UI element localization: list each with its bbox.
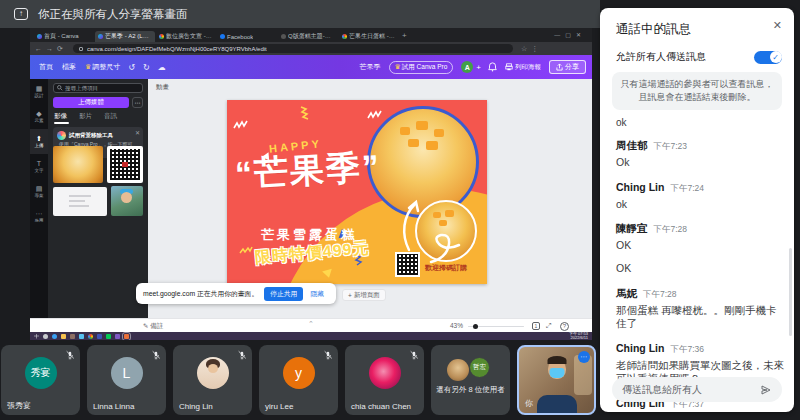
chat-message-list: ok 周佳郁下午7:23 Ok Ching Lin下午7:24 ok 陳靜宜下午… xyxy=(616,112,784,412)
redo-icon[interactable]: ↻ xyxy=(143,63,150,72)
qr-center xyxy=(122,162,128,168)
tab-videos[interactable]: 影片 xyxy=(79,112,92,121)
tab-audio[interactable]: 音訊 xyxy=(104,112,117,121)
address-bar[interactable]: canva.com/design/DAFDefMebQ/WzmNjH00ceRY… xyxy=(73,44,513,53)
new-tab-button[interactable]: + xyxy=(402,32,407,40)
browser-menu-icons[interactable]: ☆⋮ xyxy=(521,45,542,53)
canva-resize-menu[interactable]: ♛調整尺寸 xyxy=(85,62,120,72)
undo-icon[interactable]: ↺ xyxy=(128,63,135,72)
teams-icon[interactable] xyxy=(97,334,102,339)
start-button-icon[interactable] xyxy=(34,334,39,339)
presenting-banner-text: 你正在與所有人分享螢幕畫面 xyxy=(38,7,188,22)
rail-item-elements[interactable]: ◆元素 xyxy=(30,104,48,129)
rail-item-design[interactable]: ▦設計 xyxy=(30,79,48,104)
file-explorer-icon[interactable] xyxy=(61,334,66,339)
canva-account-avatar[interactable]: A xyxy=(461,61,473,73)
participant-tile[interactable]: y yiru Lee xyxy=(259,345,338,415)
line-icon[interactable] xyxy=(106,334,111,339)
participant-tile[interactable]: L Linna Linna xyxy=(87,345,166,415)
photos-icon[interactable] xyxy=(70,334,75,339)
canva-home-menu[interactable]: 首頁 xyxy=(39,62,53,72)
participant-tile[interactable]: 秀宴 張秀宴 xyxy=(1,345,80,415)
poster-title: “芒果季” xyxy=(234,144,382,198)
allow-messages-toggle[interactable]: ✓ xyxy=(754,51,782,64)
rail-item-uploads[interactable]: ⬆上傳 xyxy=(30,129,48,154)
browser-tabstrip: 首頁 - Canva 芒果季 - A2 (Landscape) 數位廣告文宣 -… xyxy=(30,28,592,42)
browser-tab-4[interactable]: Facebook xyxy=(217,31,277,42)
zigzag-decoration xyxy=(233,120,249,130)
rail-item-projects[interactable]: ▤專案 xyxy=(30,179,48,204)
chrome-icon[interactable] xyxy=(88,334,93,339)
uploaded-cake-photo[interactable] xyxy=(53,146,103,183)
add-member-icon[interactable]: + xyxy=(476,63,481,72)
uploaded-person-photo[interactable] xyxy=(111,186,143,216)
app-icon[interactable] xyxy=(115,334,120,339)
browser-nav-buttons[interactable]: ←→⟳ xyxy=(35,45,67,53)
rail-item-text[interactable]: T文字 xyxy=(30,154,48,179)
upload-media-button[interactable]: 上傳媒體 xyxy=(53,97,129,108)
meet-window: ↑ 你正在與所有人分享螢幕畫面 停止分享螢幕畫面 首頁 - Canva 芒果季 … xyxy=(0,0,800,420)
taskbar-clock[interactable]: 下午 07:53 2022/6/11 xyxy=(569,332,588,340)
hide-toast-button[interactable]: 隱藏 xyxy=(310,289,324,299)
mail-icon[interactable] xyxy=(79,334,84,339)
poster-design[interactable]: HAPPY “芒果季” 芒果雪露蛋糕 限時特價499元 歡迎掃碼訂購 xyxy=(227,100,487,284)
background-remover-icon xyxy=(57,131,66,140)
uploaded-qr-code[interactable] xyxy=(107,146,143,183)
share-upload-icon xyxy=(556,63,563,71)
browser-tab-2-active[interactable]: 芒果季 - A2 (Landscape) xyxy=(95,31,155,42)
poster-qr-code xyxy=(395,252,420,277)
edge-icon[interactable] xyxy=(52,334,57,339)
uploaded-screenshot[interactable] xyxy=(53,187,107,216)
promo-close-icon[interactable]: ✕ xyxy=(135,129,140,136)
fullscreen-icon[interactable]: ⤢ xyxy=(546,322,552,330)
animate-button[interactable]: 動畫 xyxy=(156,83,169,92)
stop-sharing-button[interactable]: 停止共用 xyxy=(264,287,303,301)
participant-tile[interactable]: Ching Lin xyxy=(173,345,252,415)
print-posters-button[interactable]: 列印海報 xyxy=(505,63,541,72)
avatar-photo xyxy=(447,359,469,381)
notes-button[interactable]: ✎ 備註 xyxy=(143,322,163,331)
browser-tab-6[interactable]: 芒果生日蛋糕 - Google 搜尋 xyxy=(339,31,399,42)
mic-off-icon xyxy=(151,350,161,360)
participant-name: chia chuan Chen xyxy=(351,402,411,411)
more-participants-tile[interactable]: 哲宏 還有另外 8 位使用者 xyxy=(431,345,510,415)
facebook-favicon xyxy=(220,34,225,39)
avatar: L xyxy=(111,357,143,389)
canva-doc-title[interactable]: 芒果季 xyxy=(360,62,381,72)
avatar: 哲宏 xyxy=(469,357,490,378)
canva-file-menu[interactable]: 檔案 xyxy=(62,62,76,72)
participant-tile[interactable]: chia chuan Chen xyxy=(345,345,424,415)
bell-icon[interactable] xyxy=(488,62,497,72)
browser-tab-3[interactable]: 數位廣告文宣 - Google 搜尋 xyxy=(156,31,216,42)
chat-message-input[interactable] xyxy=(622,384,760,395)
toggle-knob: ✓ xyxy=(770,51,782,63)
active-app-icon[interactable] xyxy=(124,334,129,339)
window-controls[interactable]: —▢✕ xyxy=(554,31,586,38)
collapse-chevron-icon[interactable]: ⌃ xyxy=(308,320,314,328)
uploads-panel: 搜尋上傳項目 上傳媒體 ⋯ 影像 影片 音訊 試用背景移除工具 ✕ 使用「Can… xyxy=(48,79,148,318)
tile-options-button[interactable]: ⋯ xyxy=(578,351,590,363)
taskbar-search-icon[interactable] xyxy=(43,334,48,339)
canva-share-button[interactable]: 分享 xyxy=(549,60,586,74)
browser-tab-1[interactable]: 首頁 - Canva xyxy=(34,31,94,42)
try-canva-pro-button[interactable]: ♛試用 Canva Pro xyxy=(389,61,454,74)
self-video-tile[interactable]: ⋯ 你 xyxy=(517,345,596,415)
screenshot-line xyxy=(69,200,85,202)
mic-off-icon xyxy=(65,350,75,360)
zoom-level[interactable]: 43% xyxy=(450,322,463,329)
uploads-search-input[interactable]: 搜尋上傳項目 xyxy=(53,83,143,93)
rail-item-apps[interactable]: ⋯應用 xyxy=(30,204,48,229)
zoom-slider-handle[interactable] xyxy=(473,324,478,329)
head-shape xyxy=(121,192,132,203)
help-button[interactable]: ? xyxy=(560,322,569,331)
tab-images[interactable]: 影像 xyxy=(54,112,67,121)
upload-more-button[interactable]: ⋯ xyxy=(132,97,143,108)
page-count-icon[interactable]: 1 xyxy=(532,322,540,330)
screenshot-line xyxy=(69,195,91,197)
send-icon[interactable] xyxy=(760,384,772,396)
close-chat-icon[interactable]: ✕ xyxy=(773,19,782,32)
chat-scrollbar[interactable] xyxy=(789,248,792,336)
browser-tab-5[interactable]: Q版蛋糕主題-免費-彩色-插... xyxy=(278,31,338,42)
add-page-button[interactable]: +新增頁面 xyxy=(342,289,386,301)
crown-icon: ♛ xyxy=(85,63,91,70)
